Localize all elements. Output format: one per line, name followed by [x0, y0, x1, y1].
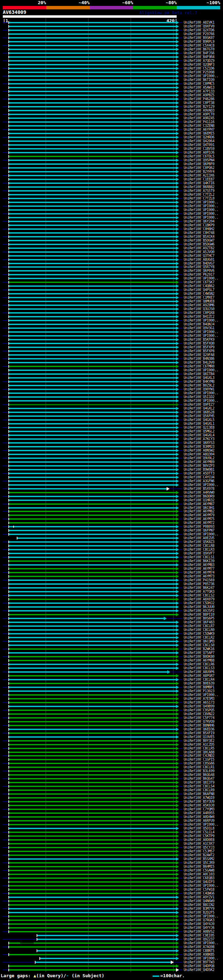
hit-label[interactable]: UniRef100_B4N386 [184, 357, 214, 361]
alignment-row[interactable]: UniRef100_A6YPH7 [0, 128, 223, 132]
hit-label[interactable]: UniRef100_C4YCU4 [184, 475, 214, 479]
alignment-row[interactable]: UniRef100_P41569 [0, 579, 223, 582]
alignment-row[interactable]: UniRef100_B0S6P5 [0, 617, 223, 620]
alignment-row[interactable]: UniRef100_Q6Y204 [0, 220, 223, 223]
alignment-row[interactable]: UniRef100_A5DTT3 [0, 471, 223, 475]
hit-label[interactable]: UniRef100_C8CLS0 [184, 643, 214, 647]
alignment-row[interactable]: UniRef100_Q4DPQ8 [0, 964, 223, 968]
hit-label[interactable]: UniRef100_C8BNT5 [184, 949, 214, 953]
alignment-row[interactable]: UniRef100_C8CLR6 [0, 662, 223, 666]
alignment-row[interactable]: UniRef100_A6YM77 [0, 567, 223, 571]
alignment-row[interactable]: UniRef100_C8CLR5 [0, 746, 223, 750]
alignment-row[interactable]: UniRef100_B8CCN2 [0, 903, 223, 907]
hit-label[interactable]: UniRef100_C9SPQ5 [184, 708, 214, 712]
hit-label[interactable]: UniRef100_C0PT38 [184, 101, 214, 105]
alignment-row[interactable]: UniRef100_B6TIQ9 [0, 78, 223, 82]
hit-label[interactable]: UniRef100_A9PCT0 [184, 112, 214, 116]
alignment-row[interactable]: UniRef100_Q6P0V6 [0, 269, 223, 273]
hit-label[interactable]: UniRef100_A7AQ98 [184, 945, 214, 949]
alignment-row[interactable]: UniRef100_Q4YYJ6 [0, 926, 223, 929]
hit-label[interactable]: UniRef100_B0Z9L2 [184, 383, 214, 387]
hit-label[interactable]: UniRef100_UPI000.. [184, 204, 218, 208]
alignment-row[interactable]: UniRef100_Q6PBF0 [0, 162, 223, 166]
alignment-row[interactable]: UniRef100_Q2I3E8 [0, 425, 223, 430]
alignment-row[interactable]: UniRef100_B4IZC2 [0, 315, 223, 319]
alignment-row[interactable]: UniRef100_B6HMI5 [0, 865, 223, 869]
alignment-row[interactable]: UniRef100_C1BVS9 [0, 147, 223, 151]
hit-label[interactable]: UniRef100_Q1HR32 [184, 498, 214, 502]
hit-label[interactable]: UniRef100_B3RM23 [184, 445, 214, 449]
hit-label[interactable]: UniRef100_Q4GXL3 [184, 376, 214, 380]
hit-label[interactable]: UniRef100_A8PGR7 [184, 674, 214, 678]
alignment-row[interactable]: UniRef100_Q4PSL7 [0, 288, 223, 292]
hit-label[interactable]: UniRef100_C4QB62 [184, 284, 214, 288]
hit-label[interactable]: UniRef100_A7KCY3 [184, 437, 214, 441]
hit-label[interactable]: UniRef100_Q4T091 [184, 143, 214, 147]
hit-label[interactable]: UniRef100_A6YM72 [184, 521, 214, 525]
alignment-row[interactable]: UniRef100_Q4T091 [0, 143, 223, 147]
alignment-row[interactable]: UniRef100_C3ZEN8 [0, 124, 223, 128]
hit-label[interactable]: UniRef100_UPI000.. [184, 216, 218, 220]
hit-label[interactable]: UniRef100_A9RZ45 [184, 116, 214, 120]
alignment-row[interactable]: UniRef100_B2WK16 [0, 647, 223, 651]
alignment-row[interactable]: UniRef100_Q6CQM3 [0, 639, 223, 643]
hit-label[interactable]: UniRef100_Q9U9L2 [184, 456, 214, 460]
hit-label[interactable]: UniRef100_B2YI29 [184, 105, 214, 108]
alignment-row[interactable]: UniRef100_C8CLS3 [0, 666, 223, 670]
alignment-row[interactable]: UniRef100_Q4D5K2 [0, 968, 223, 972]
alignment-row[interactable]: UniRef100_A1C9X7 [0, 842, 223, 846]
alignment-row[interactable]: UniRef100_A9ZT82 [0, 246, 223, 250]
hit-label[interactable]: UniRef100_B4IZC2 [184, 315, 214, 318]
alignment-row[interactable]: UniRef100_B5FXP8 [0, 349, 223, 353]
alignment-row[interactable]: UniRef100_UPI000.. [0, 369, 223, 372]
alignment-row[interactable]: UniRef100_B5DGW6 [0, 242, 223, 246]
hit-label[interactable]: UniRef100_C8CLR6 [184, 662, 214, 666]
alignment-row[interactable]: UniRef100_Q5K8Z3 [0, 540, 223, 544]
hit-label[interactable]: UniRef100_B2AWT2 [184, 853, 214, 857]
alignment-row[interactable]: UniRef100_C8CLR2 [0, 635, 223, 639]
hit-label[interactable]: UniRef100_A9YZV1 [184, 895, 214, 899]
hit-label[interactable]: UniRef100_Q2I3E8 [184, 425, 214, 430]
alignment-row[interactable]: UniRef100_B8PII0 [0, 613, 223, 617]
alignment-row[interactable]: UniRef100_UPI000.. [0, 204, 223, 208]
hit-label[interactable]: UniRef100_C0H8H2 [184, 227, 214, 231]
hit-label[interactable]: UniRef100_A3GFN6 [184, 479, 214, 483]
alignment-row[interactable]: UniRef100_B9TTW3 [0, 960, 223, 964]
hit-label[interactable]: UniRef100_Q6P0V6 [184, 269, 214, 272]
alignment-row[interactable]: UniRef100_A0BVS2 [0, 929, 223, 934]
hit-label[interactable]: UniRef100_A6YM89 [184, 460, 214, 464]
alignment-row[interactable]: UniRef100_C8CLS1 [0, 555, 223, 559]
alignment-row[interactable]: UniRef100_B6AFN8 [0, 792, 223, 796]
hit-label[interactable]: UniRef100_B6TGT0 [184, 47, 214, 51]
alignment-row[interactable]: UniRef100_Q4GXL5 [0, 418, 223, 422]
alignment-row[interactable]: UniRef100_C0SG66 [0, 762, 223, 765]
hit-label[interactable]: UniRef100_C8CLR3 [184, 547, 214, 551]
alignment-row[interactable]: UniRef100_A6YM79 [0, 514, 223, 517]
hit-label[interactable]: UniRef100_B4QNJ4 [184, 322, 214, 326]
hit-label[interactable]: UniRef100_B9RPL9 [184, 40, 214, 43]
alignment-row[interactable]: UniRef100_A8NSW2 [0, 449, 223, 452]
alignment-row[interactable]: UniRef100_Q6EMI5 [0, 132, 223, 135]
alignment-row[interactable]: UniRef100_A0C103 [0, 873, 223, 877]
alignment-row[interactable]: UniRef100_UPI000.. [0, 483, 223, 487]
hit-label[interactable]: UniRef100_A8UG01 [184, 258, 214, 261]
alignment-row[interactable]: UniRef100_B9RPL9 [0, 40, 223, 44]
hit-label[interactable]: UniRef100_C0PMC5 [184, 82, 214, 86]
alignment-row[interactable]: UniRef100_A7S5T9 [0, 189, 223, 192]
hit-label[interactable]: UniRef100_Q5D1L8 [184, 826, 214, 830]
alignment-row[interactable]: UniRef100_C5P774 [0, 716, 223, 720]
hit-label[interactable]: UniRef100_A6S173 [184, 700, 214, 704]
alignment-row[interactable]: UniRef100_Q4GXL2 [0, 406, 223, 410]
alignment-row[interactable]: UniRef100_C8VN22 [0, 712, 223, 716]
hit-label[interactable]: UniRef100_Q0CA88 [184, 750, 214, 754]
hit-label[interactable]: UniRef100_A5DTT3 [184, 471, 214, 475]
alignment-row[interactable]: UniRef100_Q3THC7 [0, 254, 223, 258]
alignment-row[interactable]: UniRef100_C0PMC5 [0, 82, 223, 86]
hit-label[interactable]: UniRef100_A8NSW2 [184, 449, 214, 452]
hit-label[interactable]: UniRef100_Q4UIP3 [184, 880, 214, 884]
alignment-row[interactable]: UniRef100_Q9XFV0 [0, 25, 223, 29]
hit-label[interactable]: UniRef100_B4KYM8 [184, 380, 214, 383]
alignment-row[interactable]: UniRef100_B5SXM2 [0, 857, 223, 861]
alignment-row[interactable]: UniRef100_A9PBZ5 [0, 94, 223, 97]
hit-label[interactable]: UniRef100_B2D2F5 [184, 910, 214, 914]
